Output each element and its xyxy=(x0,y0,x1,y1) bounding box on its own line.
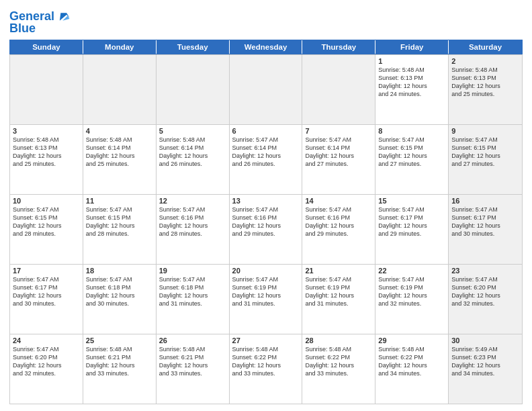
day-info: Sunrise: 5:47 AM Sunset: 6:14 PM Dayligh… xyxy=(232,136,300,169)
day-info: Sunrise: 5:48 AM Sunset: 6:22 PM Dayligh… xyxy=(305,345,372,378)
day-info: Sunrise: 5:47 AM Sunset: 6:15 PM Dayligh… xyxy=(378,136,445,169)
day-cell-3: 3Sunrise: 5:48 AM Sunset: 6:13 PM Daylig… xyxy=(10,125,83,194)
day-cell-4: 4Sunrise: 5:48 AM Sunset: 6:14 PM Daylig… xyxy=(83,125,157,194)
empty-cell xyxy=(302,55,375,124)
day-number: 19 xyxy=(159,267,226,275)
day-number: 20 xyxy=(232,267,300,275)
day-number: 24 xyxy=(13,336,80,345)
empty-cell xyxy=(10,55,83,124)
week-row-1: 1Sunrise: 5:48 AM Sunset: 6:13 PM Daylig… xyxy=(10,54,522,124)
day-cell-25: 25Sunrise: 5:48 AM Sunset: 6:21 PM Dayli… xyxy=(83,334,157,404)
calendar-header: SundayMondayTuesdayWednesdayThursdayFrid… xyxy=(9,40,523,54)
day-info: Sunrise: 5:48 AM Sunset: 6:13 PM Dayligh… xyxy=(378,66,445,99)
day-cell-13: 13Sunrise: 5:47 AM Sunset: 6:16 PM Dayli… xyxy=(230,195,303,264)
day-header-monday: Monday xyxy=(83,40,157,54)
day-info: Sunrise: 5:47 AM Sunset: 6:18 PM Dayligh… xyxy=(159,275,226,308)
day-info: Sunrise: 5:47 AM Sunset: 6:15 PM Dayligh… xyxy=(13,205,80,238)
day-number: 4 xyxy=(86,127,153,135)
day-cell-11: 11Sunrise: 5:47 AM Sunset: 6:15 PM Dayli… xyxy=(83,195,157,264)
day-number: 13 xyxy=(232,197,300,205)
week-row-5: 24Sunrise: 5:47 AM Sunset: 6:20 PM Dayli… xyxy=(10,334,522,404)
day-header-tuesday: Tuesday xyxy=(157,40,230,54)
day-number: 6 xyxy=(232,127,300,135)
day-info: Sunrise: 5:47 AM Sunset: 6:19 PM Dayligh… xyxy=(378,275,445,308)
day-info: Sunrise: 5:47 AM Sunset: 6:17 PM Dayligh… xyxy=(13,275,80,308)
empty-cell xyxy=(157,55,230,124)
day-info: Sunrise: 5:47 AM Sunset: 6:15 PM Dayligh… xyxy=(86,205,153,238)
calendar-body: 1Sunrise: 5:48 AM Sunset: 6:13 PM Daylig… xyxy=(9,54,523,404)
day-cell-9: 9Sunrise: 5:47 AM Sunset: 6:15 PM Daylig… xyxy=(449,125,522,194)
logo: General Blue xyxy=(9,9,71,36)
day-info: Sunrise: 5:47 AM Sunset: 6:15 PM Dayligh… xyxy=(451,136,519,169)
day-cell-1: 1Sunrise: 5:48 AM Sunset: 6:13 PM Daylig… xyxy=(375,55,449,124)
day-cell-6: 6Sunrise: 5:47 AM Sunset: 6:14 PM Daylig… xyxy=(230,125,303,194)
day-cell-21: 21Sunrise: 5:47 AM Sunset: 6:19 PM Dayli… xyxy=(302,265,375,334)
week-row-4: 17Sunrise: 5:47 AM Sunset: 6:17 PM Dayli… xyxy=(10,264,522,334)
day-number: 7 xyxy=(305,127,372,135)
empty-cell xyxy=(83,55,157,124)
day-number: 28 xyxy=(305,336,372,345)
day-info: Sunrise: 5:48 AM Sunset: 6:13 PM Dayligh… xyxy=(13,136,80,169)
day-info: Sunrise: 5:47 AM Sunset: 6:16 PM Dayligh… xyxy=(232,205,300,238)
day-cell-22: 22Sunrise: 5:47 AM Sunset: 6:19 PM Dayli… xyxy=(375,265,449,334)
day-header-wednesday: Wednesday xyxy=(230,40,303,54)
day-cell-8: 8Sunrise: 5:47 AM Sunset: 6:15 PM Daylig… xyxy=(375,125,449,194)
empty-cell xyxy=(230,55,303,124)
day-number: 12 xyxy=(159,197,226,205)
day-cell-18: 18Sunrise: 5:47 AM Sunset: 6:18 PM Dayli… xyxy=(83,265,157,334)
day-header-friday: Friday xyxy=(375,40,449,54)
day-number: 15 xyxy=(378,197,445,205)
day-cell-28: 28Sunrise: 5:48 AM Sunset: 6:22 PM Dayli… xyxy=(302,334,375,404)
day-number: 11 xyxy=(86,197,153,205)
day-info: Sunrise: 5:48 AM Sunset: 6:21 PM Dayligh… xyxy=(86,345,153,378)
day-info: Sunrise: 5:47 AM Sunset: 6:14 PM Dayligh… xyxy=(305,136,372,169)
day-info: Sunrise: 5:47 AM Sunset: 6:17 PM Dayligh… xyxy=(451,205,519,238)
day-number: 8 xyxy=(378,127,445,135)
day-cell-7: 7Sunrise: 5:47 AM Sunset: 6:14 PM Daylig… xyxy=(302,125,375,194)
day-cell-14: 14Sunrise: 5:47 AM Sunset: 6:16 PM Dayli… xyxy=(302,195,375,264)
logo-icon xyxy=(56,9,71,24)
day-number: 23 xyxy=(451,267,519,275)
day-info: Sunrise: 5:47 AM Sunset: 6:18 PM Dayligh… xyxy=(86,275,153,308)
day-number: 14 xyxy=(305,197,372,205)
day-number: 26 xyxy=(159,336,226,345)
day-info: Sunrise: 5:48 AM Sunset: 6:22 PM Dayligh… xyxy=(378,345,445,378)
day-cell-30: 30Sunrise: 5:49 AM Sunset: 6:23 PM Dayli… xyxy=(449,334,522,404)
day-cell-12: 12Sunrise: 5:47 AM Sunset: 6:16 PM Dayli… xyxy=(157,195,230,264)
day-number: 17 xyxy=(13,267,80,275)
day-cell-23: 23Sunrise: 5:47 AM Sunset: 6:20 PM Dayli… xyxy=(449,265,522,334)
day-number: 22 xyxy=(378,267,445,275)
day-number: 16 xyxy=(451,197,519,205)
day-cell-20: 20Sunrise: 5:47 AM Sunset: 6:19 PM Dayli… xyxy=(230,265,303,334)
page: General Blue SundayMondayTuesdayWednesda… xyxy=(0,0,532,411)
day-cell-16: 16Sunrise: 5:47 AM Sunset: 6:17 PM Dayli… xyxy=(449,195,522,264)
day-info: Sunrise: 5:47 AM Sunset: 6:16 PM Dayligh… xyxy=(305,205,372,238)
day-number: 3 xyxy=(13,127,80,135)
day-info: Sunrise: 5:48 AM Sunset: 6:13 PM Dayligh… xyxy=(451,66,519,99)
day-info: Sunrise: 5:47 AM Sunset: 6:17 PM Dayligh… xyxy=(378,205,445,238)
day-info: Sunrise: 5:48 AM Sunset: 6:14 PM Dayligh… xyxy=(159,136,226,169)
day-info: Sunrise: 5:48 AM Sunset: 6:21 PM Dayligh… xyxy=(159,345,226,378)
day-cell-2: 2Sunrise: 5:48 AM Sunset: 6:13 PM Daylig… xyxy=(449,55,522,124)
calendar: SundayMondayTuesdayWednesdayThursdayFrid… xyxy=(9,40,523,404)
day-cell-19: 19Sunrise: 5:47 AM Sunset: 6:18 PM Dayli… xyxy=(157,265,230,334)
day-number: 9 xyxy=(451,127,519,135)
day-info: Sunrise: 5:48 AM Sunset: 6:14 PM Dayligh… xyxy=(86,136,153,169)
day-header-sunday: Sunday xyxy=(10,40,83,54)
day-cell-17: 17Sunrise: 5:47 AM Sunset: 6:17 PM Dayli… xyxy=(10,265,83,334)
day-number: 21 xyxy=(305,267,372,275)
day-cell-15: 15Sunrise: 5:47 AM Sunset: 6:17 PM Dayli… xyxy=(375,195,449,264)
day-number: 2 xyxy=(451,57,519,65)
day-cell-29: 29Sunrise: 5:48 AM Sunset: 6:22 PM Dayli… xyxy=(375,334,449,404)
week-row-2: 3Sunrise: 5:48 AM Sunset: 6:13 PM Daylig… xyxy=(10,124,522,194)
day-cell-26: 26Sunrise: 5:48 AM Sunset: 6:21 PM Dayli… xyxy=(157,334,230,404)
day-number: 18 xyxy=(86,267,153,275)
day-cell-10: 10Sunrise: 5:47 AM Sunset: 6:15 PM Dayli… xyxy=(10,195,83,264)
day-info: Sunrise: 5:47 AM Sunset: 6:20 PM Dayligh… xyxy=(451,275,519,308)
day-number: 30 xyxy=(451,336,519,345)
header: General Blue xyxy=(9,7,523,36)
day-number: 5 xyxy=(159,127,226,135)
day-info: Sunrise: 5:47 AM Sunset: 6:19 PM Dayligh… xyxy=(305,275,372,308)
day-header-saturday: Saturday xyxy=(449,40,522,54)
day-info: Sunrise: 5:49 AM Sunset: 6:23 PM Dayligh… xyxy=(451,345,519,378)
